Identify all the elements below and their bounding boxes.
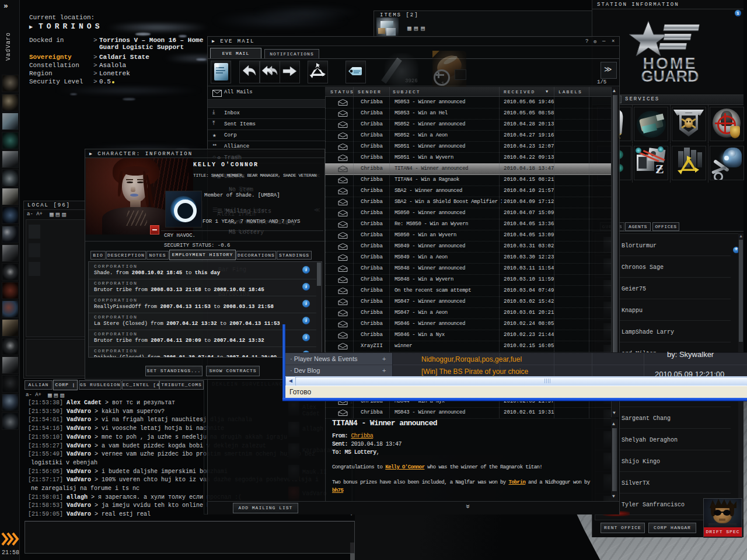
svg-text:GUARD: GUARD	[641, 68, 699, 85]
